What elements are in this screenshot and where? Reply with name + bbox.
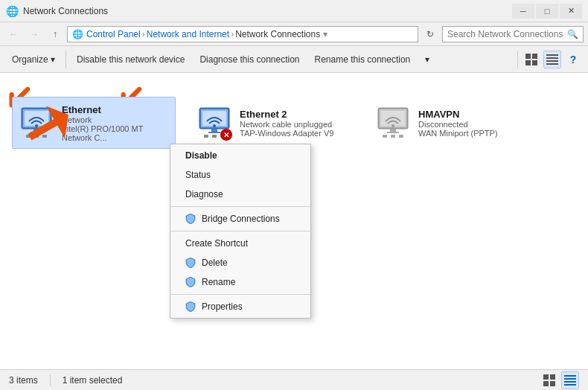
refresh-button[interactable]: ↻ [421,25,439,43]
hmavpn-icon [375,105,411,141]
svg-rect-2 [525,60,531,65]
svg-rect-41 [564,375,576,377]
svg-rect-5 [546,57,558,59]
ctx-disable[interactable]: Disable [170,146,310,165]
ethernet2-name: Ethernet 2 [240,109,348,120]
forward-button[interactable]: → [25,25,43,43]
ethernet-info: Ethernet Network Intel(R) PRO/1000 MT Ne… [62,104,169,142]
help-button[interactable]: ? [564,51,582,68]
ctx-diagnose[interactable]: Diagnose [170,185,310,204]
ethernet-desc: Intel(R) PRO/1000 MT Network C... [62,124,169,142]
search-input[interactable] [447,29,564,39]
minimize-button[interactable]: ─ [512,4,534,19]
toolbar-separator-1 [65,51,66,68]
svg-rect-7 [546,63,558,65]
svg-rect-3 [532,60,537,65]
address-bar: ← → ↑ 🌐 Control Panel › Network and Inte… [0,22,588,46]
network-item-ethernet[interactable]: Ethernet Network Intel(R) PRO/1000 MT Ne… [12,97,176,149]
svg-rect-33 [387,132,399,133]
disable-button[interactable]: Disable this network device [71,49,191,70]
svg-rect-1 [532,54,537,59]
breadcrumb-part2: Network and Internet [147,29,229,39]
svg-rect-0 [525,54,531,59]
address-path[interactable]: 🌐 Control Panel › Network and Internet ›… [67,26,418,42]
status-bar: 3 items 1 item selected [0,369,588,390]
svg-rect-17 [34,135,39,138]
svg-rect-6 [546,60,558,62]
title-bar: 🌐 Network Connections ─ □ ✕ [0,0,588,22]
status-separator [50,374,51,386]
bridge-shield-icon [185,214,196,224]
svg-rect-25 [204,135,208,138]
status-right [540,371,579,389]
svg-rect-40 [550,381,555,386]
disconnected-badge: ✕ [220,129,232,141]
main-content: ➜ ➜ Ether [0,73,588,369]
ctx-properties-label: Properties [202,301,243,312]
hmavpn-type: Disconnected [418,120,527,129]
selected-count: 1 item selected [63,375,123,386]
ethernet-type: Network [62,115,169,124]
svg-rect-42 [564,378,576,380]
ctx-status[interactable]: Status [170,165,310,185]
ctx-delete[interactable]: Delete [170,253,310,272]
context-menu: Disable Status Diagnose Bridge Connectio… [170,144,311,319]
ctx-bridge[interactable]: Bridge Connections [170,209,310,228]
svg-rect-36 [399,135,403,138]
ctx-rename[interactable]: Rename [170,272,310,292]
breadcrumb-part3: Network Connections [235,29,320,39]
title-icon: 🌐 [6,5,19,17]
network-item-ethernet2[interactable]: ✕ Ethernet 2 Network cable unplugged TAP… [191,97,354,149]
list-view-button[interactable] [543,51,561,68]
ctx-shortcut[interactable]: Create Shortcut [170,234,310,253]
status-view-btn-2[interactable] [561,371,579,389]
svg-rect-38 [550,374,555,380]
properties-shield-icon [185,301,196,312]
maximize-button[interactable]: □ [536,4,558,19]
ctx-rename-label: Rename [202,277,235,287]
ctx-delete-label: Delete [202,258,228,268]
svg-rect-44 [564,384,576,386]
rename-shield-icon [185,277,196,287]
svg-point-13 [35,124,38,127]
toolbar: Organize ▾ Disable this network device D… [0,46,588,73]
up-button[interactable]: ↑ [46,25,64,43]
ethernet2-desc: TAP-Windows Adapter V9 [240,129,348,138]
back-button[interactable]: ← [4,25,22,43]
svg-rect-35 [391,135,395,138]
ethernet-name: Ethernet [62,104,169,115]
network-item-hmavpn[interactable]: HMAVPN Disconnected WAN Miniport (PPTP) [369,97,533,149]
more-button[interactable]: ▾ [419,49,435,70]
hmavpn-info: HMAVPN Disconnected WAN Miniport (PPTP) [418,109,527,138]
items-count: 3 items [9,375,38,386]
svg-rect-39 [543,381,549,386]
svg-rect-18 [42,135,47,138]
search-box[interactable]: 🔍 [442,26,584,42]
ctx-sep-2 [170,231,310,231]
svg-rect-24 [208,132,220,133]
ctx-sep-1 [170,206,310,207]
toolbar-separator-2 [517,51,518,68]
svg-rect-23 [211,129,217,132]
ctx-properties[interactable]: Properties [170,297,310,316]
svg-rect-4 [546,54,558,56]
ctx-sep-3 [170,294,310,295]
ctx-shortcut-label: Create Shortcut [185,238,248,249]
svg-rect-32 [390,129,396,132]
diagnose-button[interactable]: Diagnose this connection [194,49,305,70]
search-icon: 🔍 [567,29,578,39]
organize-button[interactable]: Organize ▾ [6,49,61,70]
rename-button[interactable]: Rename this connection [309,49,417,70]
toolbar-right: ? [516,51,582,68]
close-button[interactable]: ✕ [560,4,582,19]
status-view-btn-1[interactable] [540,371,558,389]
svg-point-31 [392,124,394,127]
ethernet2-icon: ✕ [196,105,232,141]
ethernet2-type: Network cable unplugged [240,120,348,129]
svg-rect-16 [26,135,31,138]
delete-shield-icon [185,258,196,268]
view-toggle-button[interactable] [523,51,540,68]
ctx-diagnose-label: Diagnose [185,189,223,199]
svg-rect-15 [31,132,42,133]
ctx-bridge-label: Bridge Connections [202,214,280,224]
